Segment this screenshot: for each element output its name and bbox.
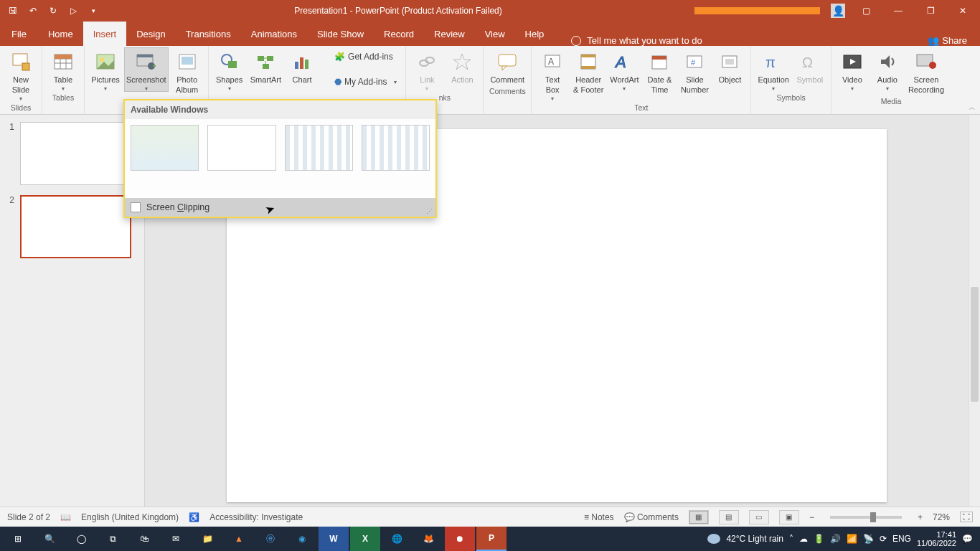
tab-design[interactable]: Design	[126, 22, 175, 46]
object-icon	[718, 50, 741, 73]
table-button[interactable]: Table ▾	[47, 47, 80, 92]
svg-rect-40	[725, 59, 734, 65]
get-addins-button[interactable]: 🧩 Get Add-ins	[330, 50, 401, 64]
object-button[interactable]: Object	[713, 47, 746, 85]
tray-sync-icon[interactable]: ⟳	[880, 534, 887, 544]
scrollbar-thumb[interactable]	[971, 287, 979, 402]
task-powerpoint[interactable]: P	[476, 527, 507, 551]
task-explorer[interactable]: 📁	[192, 527, 222, 551]
smartart-button[interactable]: SmartArt	[248, 47, 283, 85]
zoom-slider-knob[interactable]	[870, 512, 876, 522]
ribbon-display-options[interactable]: ▢	[850, 0, 882, 22]
header-footer-button[interactable]: Header & Footer	[571, 47, 606, 95]
view-slideshow[interactable]: ▣	[779, 510, 799, 524]
task-word[interactable]: W	[319, 527, 349, 551]
tray-volume-icon[interactable]: 🔊	[830, 534, 841, 544]
task-chrome[interactable]: 🌐	[382, 527, 412, 551]
wordart-button[interactable]: AWordArt▾	[608, 47, 641, 92]
status-language[interactable]: English (United Kingdom)	[81, 512, 179, 522]
tray-time[interactable]: 17:41	[917, 530, 956, 539]
slide-thumb-2[interactable]	[20, 195, 131, 258]
window-close[interactable]: ✕	[947, 0, 979, 22]
tab-help[interactable]: Help	[515, 22, 555, 46]
collapse-ribbon[interactable]: ︿	[969, 103, 976, 113]
tray-battery-icon[interactable]: 🔋	[814, 534, 824, 544]
task-recorder[interactable]: ⏺	[445, 527, 475, 551]
task-view-icon[interactable]: ⧉	[98, 527, 128, 551]
notes-toggle[interactable]: ≡ Notes	[584, 512, 614, 522]
tab-transitions[interactable]: Transitions	[176, 22, 241, 46]
window-minimize[interactable]: —	[882, 0, 914, 22]
available-window-4[interactable]	[362, 125, 430, 171]
task-mail[interactable]: ✉	[161, 527, 191, 551]
tab-home[interactable]: Home	[38, 22, 83, 46]
tab-review[interactable]: Review	[424, 22, 475, 46]
tray-notifications-icon[interactable]: 💬	[962, 534, 973, 544]
vertical-scrollbar[interactable]	[969, 115, 980, 507]
task-store[interactable]: 🛍	[129, 527, 159, 551]
task-firefox[interactable]: 🦊	[413, 527, 443, 551]
task-excel[interactable]: X	[350, 527, 380, 551]
slide-thumb-1[interactable]	[20, 122, 131, 185]
screenshot-button[interactable]: Screenshot ▾	[124, 47, 169, 92]
equation-button[interactable]: πEquation▾	[755, 47, 791, 92]
share-button[interactable]: 👥 Share	[928, 35, 980, 46]
view-sorter[interactable]: ▤	[719, 510, 739, 524]
start-button[interactable]: ⊞	[3, 527, 33, 551]
available-window-3[interactable]	[285, 125, 353, 171]
tab-record[interactable]: Record	[374, 22, 424, 46]
tray-language[interactable]: ENG	[892, 534, 911, 544]
screen-recording-button[interactable]: Screen Recording	[906, 47, 946, 95]
zoom-slider[interactable]	[830, 516, 902, 519]
fit-to-window[interactable]: ⛶	[960, 512, 973, 522]
tray-overflow-icon[interactable]: ˄	[789, 534, 793, 544]
tray-date[interactable]: 11/06/2022	[917, 539, 956, 547]
new-slide-button[interactable]: New Slide ▾	[4, 47, 37, 102]
account-avatar[interactable]: 👤	[831, 4, 845, 18]
tray-onedrive-icon[interactable]: ☁	[799, 534, 808, 544]
comment-button[interactable]: Comment	[488, 47, 527, 85]
cortana-icon[interactable]: ◯	[66, 527, 96, 551]
available-window-1[interactable]	[131, 125, 199, 171]
qat-save[interactable]: 🖫	[4, 2, 22, 19]
tab-view[interactable]: View	[475, 22, 515, 46]
tray-network-icon[interactable]: 📶	[847, 534, 857, 544]
qat-start-from-beginning[interactable]: ▷	[65, 2, 82, 19]
qat-undo[interactable]: ↶	[24, 2, 42, 19]
zoom-out[interactable]: −	[809, 512, 814, 522]
slide-number-button[interactable]: #Slide Number	[678, 47, 711, 95]
tab-slideshow[interactable]: Slide Show	[307, 22, 374, 46]
zoom-in[interactable]: +	[918, 512, 923, 522]
tray-weather[interactable]: 42°C Light rain	[726, 534, 783, 544]
available-window-2[interactable]	[207, 125, 275, 171]
view-normal[interactable]: ▦	[689, 510, 709, 524]
comments-toggle[interactable]: 💬 Comments	[624, 512, 679, 522]
spellcheck-icon[interactable]: 📖	[60, 512, 71, 522]
search-icon[interactable]: 🔍	[34, 527, 65, 551]
chart-button[interactable]: Chart	[286, 47, 319, 85]
screen-clipping-item[interactable]: Screen Clipping ⋰	[125, 198, 435, 217]
my-addins-button[interactable]: ⬣ My Add-ins ▾	[330, 75, 401, 89]
tab-insert[interactable]: Insert	[83, 22, 127, 46]
view-reading[interactable]: ▭	[749, 510, 769, 524]
tab-animations[interactable]: Animations	[241, 22, 307, 46]
shapes-button[interactable]: Shapes ▾	[213, 47, 246, 92]
tab-file[interactable]: File	[0, 22, 38, 46]
tell-me[interactable]: Tell me what you want to do	[571, 35, 702, 46]
qat-redo[interactable]: ↻	[44, 2, 62, 19]
status-accessibility[interactable]: Accessibility: Investigate	[209, 512, 303, 522]
text-box-button[interactable]: AText Box▾	[536, 47, 569, 102]
date-time-button[interactable]: Date & Time	[643, 47, 676, 95]
audio-button[interactable]: Audio▾	[871, 47, 904, 92]
photo-album-button[interactable]: Photo Album	[171, 47, 204, 95]
task-ie[interactable]: ⓔ	[255, 527, 286, 551]
task-edge[interactable]: ◉	[287, 527, 317, 551]
qat-customize[interactable]: ▾	[85, 2, 102, 19]
zoom-percent[interactable]: 72%	[933, 512, 950, 522]
video-button[interactable]: Video▾	[836, 47, 869, 92]
task-vlc[interactable]: ▲	[224, 527, 254, 551]
window-restore[interactable]: ❐	[915, 0, 946, 22]
tray-wifi-icon[interactable]: 📡	[863, 534, 874, 544]
pictures-button[interactable]: Pictures ▾	[89, 47, 122, 92]
svg-rect-20	[263, 64, 269, 69]
